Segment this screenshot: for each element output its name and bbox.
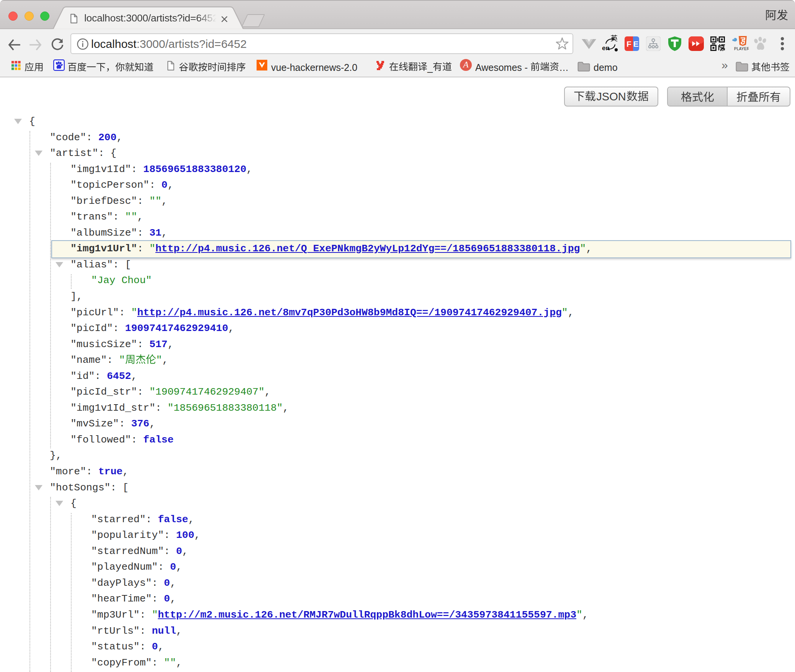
svg-text:E: E bbox=[633, 39, 639, 48]
svg-text:F: F bbox=[627, 39, 631, 48]
svg-text:PLAYER: PLAYER bbox=[734, 47, 749, 51]
